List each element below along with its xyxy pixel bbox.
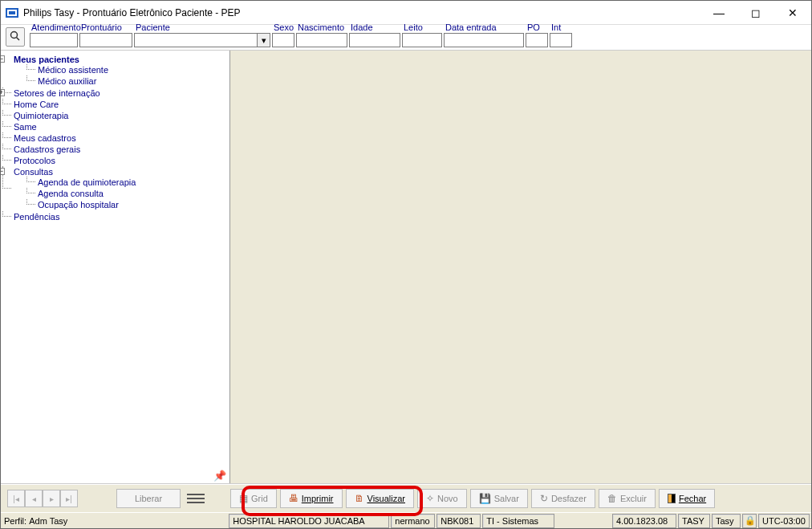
search-fields-row: Atendimento Prontuário Paciente ▾ Sexo N…	[1, 25, 811, 51]
status-extra1: nermano	[391, 514, 435, 528]
status-ti: TI - Sistemas	[482, 514, 554, 528]
search-button[interactable]	[6, 27, 25, 47]
desfazer-button[interactable]: ↻Desfazer	[531, 489, 595, 508]
print-icon: 🖶	[289, 493, 298, 504]
status-version: 4.00.1823.08	[612, 514, 676, 528]
input-prontuario[interactable]	[79, 33, 132, 47]
tree-item-agenda-quimio[interactable]: Agenda de quimioterapia	[38, 177, 136, 187]
input-data-entrada[interactable]	[444, 33, 524, 47]
menu-button[interactable]	[184, 490, 208, 507]
grid-button[interactable]: ▦Grid	[230, 489, 277, 508]
novo-button[interactable]: ✧Novo	[417, 489, 467, 508]
input-atendimento[interactable]	[30, 33, 78, 47]
fechar-button[interactable]: Fechar	[659, 489, 715, 508]
content-pane	[230, 51, 811, 483]
app-window: Philips Tasy - Prontuário Eletrônico Pac…	[0, 0, 812, 529]
nav-last-button[interactable]: ▸|	[60, 490, 78, 507]
tree-item-setores[interactable]: Setores de internação	[14, 88, 100, 98]
exit-icon	[668, 494, 676, 503]
undo-icon: ↻	[540, 493, 548, 504]
preview-icon: 🗎	[355, 493, 364, 504]
nav-next-button[interactable]: ▸	[43, 490, 60, 507]
label-paciente: Paciente	[134, 22, 270, 33]
input-int[interactable]	[550, 33, 572, 47]
svg-line-4	[17, 38, 20, 41]
visualizar-button[interactable]: 🗎Visualizar	[346, 489, 415, 508]
status-bar: Perfil: Adm Tasy HOSPITAL HAROLDO JUACAB…	[1, 512, 811, 528]
tree-toggle-setores[interactable]: +	[1, 89, 5, 96]
tree-item-same[interactable]: Same	[14, 122, 37, 132]
tree-toggle-consultas[interactable]: −	[1, 168, 5, 175]
tree-item-homecare[interactable]: Home Care	[14, 100, 59, 109]
status-lock[interactable]: 🔒	[742, 514, 757, 528]
navigation-tree: − Meus pacientes Médico assistente Médic…	[2, 54, 228, 222]
tree-item-pendencias[interactable]: Pendências	[14, 212, 60, 222]
app-icon	[6, 8, 18, 18]
label-atendimento: Atendimento	[30, 22, 78, 33]
status-tasy2: Tasy	[712, 514, 741, 528]
tree-item-medico-auxiliar[interactable]: Médico auxiliar	[38, 76, 96, 86]
label-prontuario: Prontuário	[79, 22, 132, 33]
lock-icon: 🔒	[745, 515, 756, 526]
label-sexo: Sexo	[272, 22, 294, 33]
excluir-button[interactable]: 🗑Excluir	[599, 489, 656, 508]
record-nav-group: |◂ ◂ ▸ ▸|	[7, 490, 78, 507]
tree-item-consultas[interactable]: Consultas	[14, 167, 53, 177]
window-title: Philips Tasy - Prontuário Eletrônico Pac…	[23, 7, 700, 18]
input-leito[interactable]	[402, 33, 442, 47]
label-int: Int	[550, 22, 572, 33]
search-icon	[10, 31, 21, 43]
minimize-button[interactable]: ―	[700, 1, 737, 24]
nav-prev-button[interactable]: ◂	[25, 490, 43, 507]
grid-icon: ▦	[239, 493, 248, 504]
save-icon: 💾	[479, 493, 491, 504]
status-nbk: NBK081	[436, 514, 481, 528]
main-split: − Meus pacientes Médico assistente Médic…	[1, 51, 811, 484]
navigation-tree-pane: − Meus pacientes Médico assistente Médic…	[1, 51, 230, 483]
label-leito: Leito	[402, 22, 442, 33]
pin-icon[interactable]: 📌	[213, 470, 226, 482]
paciente-dropdown-button[interactable]: ▾	[257, 34, 270, 47]
input-sexo[interactable]	[272, 33, 294, 47]
svg-point-3	[11, 32, 18, 39]
tree-item-agenda-consulta[interactable]: Agenda consulta	[38, 189, 104, 198]
input-idade[interactable]	[349, 33, 400, 47]
maximize-button[interactable]: ◻	[737, 1, 774, 24]
chevron-down-icon: ▾	[262, 35, 266, 46]
imprimir-button[interactable]: 🖶Imprimir	[280, 489, 343, 508]
salvar-button[interactable]: 💾Salvar	[470, 489, 528, 508]
svg-rect-2	[9, 11, 15, 14]
tree-item-quimioterapia[interactable]: Quimioterapia	[14, 111, 68, 120]
tree-toggle-meus-pacientes[interactable]: −	[1, 55, 5, 63]
new-icon: ✧	[426, 493, 434, 504]
tree-item-medico-assistente[interactable]: Médico assistente	[38, 65, 108, 75]
status-timezone: UTC-03:00	[758, 514, 810, 528]
tree-item-protocolos[interactable]: Protocolos	[14, 156, 55, 165]
tree-item-meus-pacientes[interactable]: Meus pacientes	[14, 55, 79, 64]
nav-first-button[interactable]: |◂	[7, 490, 25, 507]
label-nascimento: Nascimento	[296, 22, 347, 33]
tree-item-cadastros-gerais[interactable]: Cadastros gerais	[14, 144, 80, 154]
tree-item-meus-cadastros[interactable]: Meus cadastros	[14, 133, 76, 143]
label-po: PO	[526, 22, 548, 33]
label-idade: Idade	[349, 22, 400, 33]
status-perfil: Perfil: Adm Tasy	[1, 514, 71, 528]
status-tasy: TASY	[678, 514, 710, 528]
label-data-entrada: Data entrada	[444, 22, 524, 33]
input-nascimento[interactable]	[296, 33, 347, 47]
status-hospital: HOSPITAL HAROLDO JUACABA	[229, 514, 389, 528]
input-paciente[interactable]	[134, 33, 270, 47]
input-po[interactable]	[526, 33, 548, 47]
tree-item-ocupacao-hospitalar[interactable]: Ocupação hospitalar	[38, 200, 119, 210]
delete-icon: 🗑	[607, 493, 617, 504]
bottom-toolbar: |◂ ◂ ▸ ▸| Liberar ▦Grid 🖶Imprimir 🗎Visua…	[1, 484, 811, 512]
liberar-button[interactable]: Liberar	[116, 489, 181, 508]
close-window-button[interactable]: ✕	[774, 1, 811, 24]
